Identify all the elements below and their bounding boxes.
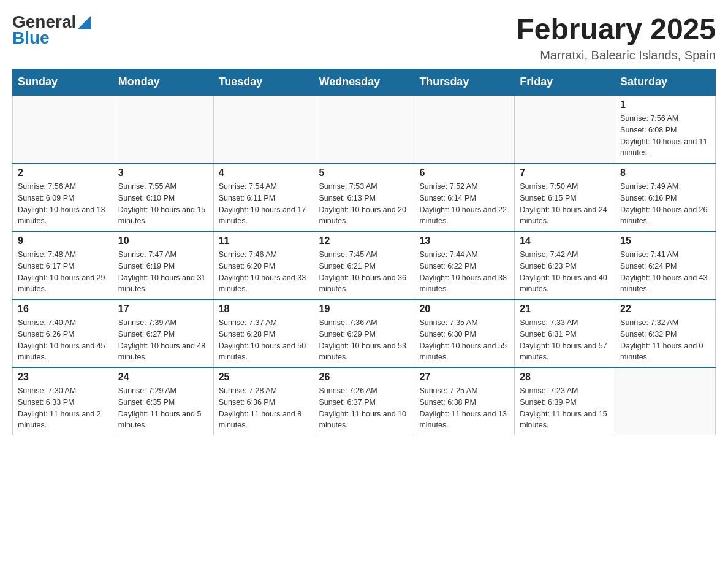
main-title: February 2025 bbox=[516, 12, 716, 46]
day-number: 7 bbox=[520, 167, 610, 178]
calendar-header-row: Sunday Monday Tuesday Wednesday Thursday… bbox=[13, 69, 716, 96]
table-row: 14Sunrise: 7:42 AMSunset: 6:23 PMDayligh… bbox=[515, 231, 615, 299]
page-header: General Blue February 2025 Marratxi, Bal… bbox=[12, 12, 716, 63]
day-info: Sunrise: 7:30 AMSunset: 6:33 PMDaylight:… bbox=[18, 385, 108, 431]
header-sunday: Sunday bbox=[13, 69, 113, 96]
table-row: 20Sunrise: 7:35 AMSunset: 6:30 PMDayligh… bbox=[414, 299, 515, 367]
day-info: Sunrise: 7:53 AMSunset: 6:13 PMDaylight:… bbox=[319, 181, 409, 227]
day-number: 27 bbox=[419, 372, 509, 383]
table-row: 2Sunrise: 7:56 AMSunset: 6:09 PMDaylight… bbox=[13, 163, 113, 231]
day-number: 5 bbox=[319, 167, 409, 178]
header-thursday: Thursday bbox=[414, 69, 515, 96]
day-info: Sunrise: 7:49 AMSunset: 6:16 PMDaylight:… bbox=[620, 181, 710, 227]
table-row: 4Sunrise: 7:54 AMSunset: 6:11 PMDaylight… bbox=[213, 163, 314, 231]
calendar-week-row: 2Sunrise: 7:56 AMSunset: 6:09 PMDaylight… bbox=[13, 163, 716, 231]
table-row: 23Sunrise: 7:30 AMSunset: 6:33 PMDayligh… bbox=[13, 367, 113, 435]
day-number: 6 bbox=[419, 167, 509, 178]
table-row: 15Sunrise: 7:41 AMSunset: 6:24 PMDayligh… bbox=[615, 231, 716, 299]
day-info: Sunrise: 7:29 AMSunset: 6:35 PMDaylight:… bbox=[118, 385, 208, 431]
calendar-table: Sunday Monday Tuesday Wednesday Thursday… bbox=[12, 69, 716, 435]
day-info: Sunrise: 7:23 AMSunset: 6:39 PMDaylight:… bbox=[520, 385, 610, 431]
logo-triangle-icon bbox=[77, 16, 91, 29]
calendar-week-row: 16Sunrise: 7:40 AMSunset: 6:26 PMDayligh… bbox=[13, 299, 716, 367]
table-row: 12Sunrise: 7:45 AMSunset: 6:21 PMDayligh… bbox=[314, 231, 414, 299]
title-block: February 2025 Marratxi, Balearic Islands… bbox=[516, 12, 716, 63]
day-info: Sunrise: 7:42 AMSunset: 6:23 PMDaylight:… bbox=[520, 249, 610, 295]
day-info: Sunrise: 7:36 AMSunset: 6:29 PMDaylight:… bbox=[319, 317, 409, 363]
day-info: Sunrise: 7:40 AMSunset: 6:26 PMDaylight:… bbox=[18, 317, 108, 363]
table-row: 3Sunrise: 7:55 AMSunset: 6:10 PMDaylight… bbox=[113, 163, 213, 231]
day-number: 20 bbox=[419, 304, 509, 315]
day-number: 21 bbox=[520, 304, 610, 315]
day-info: Sunrise: 7:39 AMSunset: 6:27 PMDaylight:… bbox=[118, 317, 208, 363]
calendar-week-row: 9Sunrise: 7:48 AMSunset: 6:17 PMDaylight… bbox=[13, 231, 716, 299]
day-number: 24 bbox=[118, 372, 208, 383]
day-number: 4 bbox=[219, 167, 309, 178]
day-number: 12 bbox=[319, 236, 409, 247]
table-row: 19Sunrise: 7:36 AMSunset: 6:29 PMDayligh… bbox=[314, 299, 414, 367]
day-number: 22 bbox=[620, 304, 710, 315]
table-row bbox=[615, 367, 716, 435]
day-number: 23 bbox=[18, 372, 108, 383]
header-wednesday: Wednesday bbox=[314, 69, 414, 96]
table-row: 1Sunrise: 7:56 AMSunset: 6:08 PMDaylight… bbox=[615, 95, 716, 163]
table-row: 21Sunrise: 7:33 AMSunset: 6:31 PMDayligh… bbox=[515, 299, 615, 367]
day-info: Sunrise: 7:46 AMSunset: 6:20 PMDaylight:… bbox=[219, 249, 309, 295]
day-info: Sunrise: 7:32 AMSunset: 6:32 PMDaylight:… bbox=[620, 317, 710, 363]
day-number: 17 bbox=[118, 304, 208, 315]
table-row: 5Sunrise: 7:53 AMSunset: 6:13 PMDaylight… bbox=[314, 163, 414, 231]
table-row bbox=[113, 95, 213, 163]
table-row: 9Sunrise: 7:48 AMSunset: 6:17 PMDaylight… bbox=[13, 231, 113, 299]
table-row bbox=[515, 95, 615, 163]
svg-marker-0 bbox=[77, 16, 91, 29]
header-monday: Monday bbox=[113, 69, 213, 96]
day-info: Sunrise: 7:47 AMSunset: 6:19 PMDaylight:… bbox=[118, 249, 208, 295]
table-row: 11Sunrise: 7:46 AMSunset: 6:20 PMDayligh… bbox=[213, 231, 314, 299]
day-number: 18 bbox=[219, 304, 309, 315]
header-saturday: Saturday bbox=[615, 69, 716, 96]
day-number: 1 bbox=[620, 99, 710, 110]
table-row bbox=[314, 95, 414, 163]
day-number: 15 bbox=[620, 236, 710, 247]
day-number: 19 bbox=[319, 304, 409, 315]
day-info: Sunrise: 7:33 AMSunset: 6:31 PMDaylight:… bbox=[520, 317, 610, 363]
day-info: Sunrise: 7:55 AMSunset: 6:10 PMDaylight:… bbox=[118, 181, 208, 227]
day-info: Sunrise: 7:35 AMSunset: 6:30 PMDaylight:… bbox=[419, 317, 509, 363]
day-info: Sunrise: 7:48 AMSunset: 6:17 PMDaylight:… bbox=[18, 249, 108, 295]
day-info: Sunrise: 7:44 AMSunset: 6:22 PMDaylight:… bbox=[419, 249, 509, 295]
table-row: 8Sunrise: 7:49 AMSunset: 6:16 PMDaylight… bbox=[615, 163, 716, 231]
table-row bbox=[213, 95, 314, 163]
table-row: 28Sunrise: 7:23 AMSunset: 6:39 PMDayligh… bbox=[515, 367, 615, 435]
table-row: 10Sunrise: 7:47 AMSunset: 6:19 PMDayligh… bbox=[113, 231, 213, 299]
day-number: 16 bbox=[18, 304, 108, 315]
day-number: 25 bbox=[219, 372, 309, 383]
day-info: Sunrise: 7:26 AMSunset: 6:37 PMDaylight:… bbox=[319, 385, 409, 431]
day-number: 11 bbox=[219, 236, 309, 247]
day-number: 8 bbox=[620, 167, 710, 178]
day-info: Sunrise: 7:54 AMSunset: 6:11 PMDaylight:… bbox=[219, 181, 309, 227]
header-friday: Friday bbox=[515, 69, 615, 96]
table-row: 25Sunrise: 7:28 AMSunset: 6:36 PMDayligh… bbox=[213, 367, 314, 435]
day-info: Sunrise: 7:37 AMSunset: 6:28 PMDaylight:… bbox=[219, 317, 309, 363]
table-row: 22Sunrise: 7:32 AMSunset: 6:32 PMDayligh… bbox=[615, 299, 716, 367]
table-row: 13Sunrise: 7:44 AMSunset: 6:22 PMDayligh… bbox=[414, 231, 515, 299]
header-tuesday: Tuesday bbox=[213, 69, 314, 96]
day-number: 10 bbox=[118, 236, 208, 247]
table-row: 6Sunrise: 7:52 AMSunset: 6:14 PMDaylight… bbox=[414, 163, 515, 231]
day-info: Sunrise: 7:41 AMSunset: 6:24 PMDaylight:… bbox=[620, 249, 710, 295]
day-number: 14 bbox=[520, 236, 610, 247]
day-number: 13 bbox=[419, 236, 509, 247]
logo-blue-text: Blue bbox=[12, 28, 50, 48]
table-row: 7Sunrise: 7:50 AMSunset: 6:15 PMDaylight… bbox=[515, 163, 615, 231]
day-info: Sunrise: 7:25 AMSunset: 6:38 PMDaylight:… bbox=[419, 385, 509, 431]
day-info: Sunrise: 7:56 AMSunset: 6:09 PMDaylight:… bbox=[18, 181, 108, 227]
table-row: 18Sunrise: 7:37 AMSunset: 6:28 PMDayligh… bbox=[213, 299, 314, 367]
table-row bbox=[414, 95, 515, 163]
table-row: 16Sunrise: 7:40 AMSunset: 6:26 PMDayligh… bbox=[13, 299, 113, 367]
logo: General Blue bbox=[12, 12, 91, 48]
day-number: 26 bbox=[319, 372, 409, 383]
day-number: 9 bbox=[18, 236, 108, 247]
day-info: Sunrise: 7:28 AMSunset: 6:36 PMDaylight:… bbox=[219, 385, 309, 431]
day-info: Sunrise: 7:45 AMSunset: 6:21 PMDaylight:… bbox=[319, 249, 409, 295]
calendar-week-row: 23Sunrise: 7:30 AMSunset: 6:33 PMDayligh… bbox=[13, 367, 716, 435]
